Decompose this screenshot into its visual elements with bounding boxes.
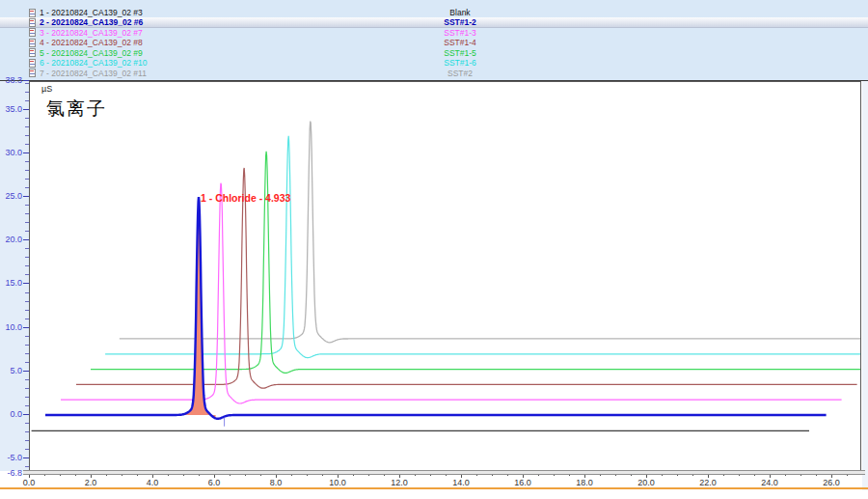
y-axis-minor-tick xyxy=(25,187,29,188)
y-axis-minor-tick xyxy=(25,353,29,354)
legend-row-4[interactable]: 4 - 20210824_CA139_02 #8SST#1-4 xyxy=(0,38,868,47)
trace-3 xyxy=(61,183,842,403)
y-axis-minor-tick xyxy=(25,126,29,127)
chromatogram-icon xyxy=(29,9,36,17)
injection-label: 7 - 20210824_CA139_02 #11 xyxy=(40,69,147,78)
y-axis-minor-tick xyxy=(25,397,29,398)
plot-canvas[interactable]: µS 氯离子 1 - Chloride - 4.933 xyxy=(29,81,861,471)
sample-name: SST#1-2 xyxy=(422,17,498,27)
y-axis-tick xyxy=(23,414,29,415)
sample-name: SST#1-3 xyxy=(422,28,498,38)
x-axis-tick-label: 20.0 xyxy=(632,478,661,487)
y-axis-minor-tick xyxy=(25,213,29,214)
y-axis-minor-tick xyxy=(25,100,29,101)
y-axis-minor-tick xyxy=(25,466,29,467)
y-axis-minor-tick xyxy=(25,231,29,232)
chromatogram-icon xyxy=(29,59,36,68)
injection-label: 5 - 20210824_CA139_02 #9 xyxy=(40,48,143,58)
peak-label: 1 - Chloride - 4.933 xyxy=(201,192,290,204)
injection-label: 4 - 20210824_CA139_02 #8 xyxy=(40,38,143,47)
y-axis-minor-tick xyxy=(25,336,29,337)
injection-label: 3 - 20210824_CA139_02 #7 xyxy=(40,28,143,38)
y-axis-minor-tick xyxy=(25,405,29,406)
y-axis-minor-tick xyxy=(25,319,29,319)
x-axis-tick-label: 18.0 xyxy=(570,478,599,487)
y-axis-tick xyxy=(23,109,29,110)
y-axis-minor-tick xyxy=(25,83,29,84)
y-axis-minor-tick xyxy=(25,179,29,180)
y-axis-minor-tick xyxy=(25,423,29,424)
y-axis-minor-tick xyxy=(25,161,29,162)
y-axis-minor-tick xyxy=(25,135,29,136)
y-axis-tick-label: 0.0 xyxy=(0,409,22,419)
sample-name: SST#2 xyxy=(422,69,498,78)
y-axis-minor-tick xyxy=(25,170,29,171)
injection-label: 6 - 20210824_CA139_02 #10 xyxy=(40,58,148,68)
chromatogram-icon xyxy=(29,69,36,77)
y-axis-tick-label: 20.0 xyxy=(0,235,22,244)
x-axis-tick-label: 14.0 xyxy=(447,478,475,487)
y-axis-minor-tick xyxy=(25,388,29,389)
sample-name: SST#1-6 xyxy=(422,58,498,68)
y-axis-minor-tick xyxy=(25,310,29,311)
x-axis-tick-label: 10.0 xyxy=(323,478,352,487)
y-axis-minor-tick xyxy=(25,248,29,249)
y-axis-tick xyxy=(23,152,29,153)
bottom-orange-rule xyxy=(0,487,868,489)
y-axis-minor-tick xyxy=(25,449,29,450)
y-axis-tick xyxy=(23,80,29,81)
y-axis-tick-label: -5.0 xyxy=(0,453,22,462)
legend-row-3[interactable]: 3 - 20210824_CA139_02 #7SST#1-3 xyxy=(0,28,868,38)
x-axis-tick-label: 26.0 xyxy=(817,478,846,487)
x-axis-tick-label: 6.0 xyxy=(200,478,229,487)
trace-7 xyxy=(120,122,860,343)
x-axis-tick-label: 2.0 xyxy=(76,478,105,487)
y-axis-tick-label: 5.0 xyxy=(0,366,22,375)
y-axis-minor-tick xyxy=(25,431,29,432)
sample-name: SST#1-4 xyxy=(422,38,498,47)
chromatogram-icon xyxy=(29,48,36,57)
injection-label: 2 - 20210824_CA139_02 #6 xyxy=(40,17,143,27)
chromatogram-icon xyxy=(29,39,36,47)
y-axis-tick xyxy=(23,283,29,284)
chromatogram-icon xyxy=(29,18,36,27)
legend-row-7[interactable]: 7 - 20210824_CA139_02 #11SST#2 xyxy=(0,68,868,77)
injection-label: 1 - 20210824_CA139_02 #3 xyxy=(40,8,143,17)
legend-row-5[interactable]: 5 - 20210824_CA139_02 #9SST#1-5 xyxy=(0,48,868,58)
plot-title: 氯离子 xyxy=(46,97,107,122)
y-axis-minor-tick xyxy=(25,144,29,145)
y-axis-minor-tick xyxy=(25,118,29,119)
y-axis-minor-tick xyxy=(25,362,29,363)
legend-row-6[interactable]: 6 - 20210824_CA139_02 #10SST#1-6 xyxy=(0,58,868,68)
x-axis-tick-label: 12.0 xyxy=(385,478,414,487)
trace-5 xyxy=(91,152,860,374)
trace-6 xyxy=(105,136,860,358)
y-axis-minor-tick xyxy=(25,92,29,93)
sample-name: Blank xyxy=(422,8,498,17)
y-axis-minor-tick xyxy=(25,301,29,302)
y-axis-tick-label: 30.0 xyxy=(0,148,22,157)
y-axis-tick-label: 38.3 xyxy=(0,75,22,85)
y-axis-tick-label: -6.8 xyxy=(0,468,22,478)
y-axis-minor-tick xyxy=(25,440,29,441)
y-axis-minor-tick xyxy=(25,222,29,223)
y-axis-tick xyxy=(23,239,29,240)
x-axis-tick-label: 24.0 xyxy=(755,478,784,487)
trace-4 xyxy=(76,168,857,388)
y-axis-unit-label: µS xyxy=(41,84,52,94)
chromatogram-window: 1 - 20210824_CA139_02 #3Blank2 - 2021082… xyxy=(0,0,868,499)
legend-row-2[interactable]: 2 - 20210824_CA139_02 #6SST#1-2 xyxy=(0,17,868,27)
x-axis-tick-label: 4.0 xyxy=(138,478,167,487)
y-axis-tick-label: 35.0 xyxy=(0,104,22,114)
legend-row-1[interactable]: 1 - 20210824_CA139_02 #3Blank xyxy=(0,8,868,17)
y-axis-tick-label: 10.0 xyxy=(0,322,22,332)
y-axis-minor-tick xyxy=(25,265,29,266)
y-axis-minor-tick xyxy=(25,292,29,293)
trace-2-selected xyxy=(45,197,827,419)
y-axis-minor-tick xyxy=(25,379,29,380)
y-axis-tick-label: 15.0 xyxy=(0,278,22,288)
x-axis-tick-label: 8.0 xyxy=(261,478,290,487)
chromatogram-icon xyxy=(29,28,36,37)
x-axis-ruler xyxy=(23,470,865,475)
y-axis-tick-label: 25.0 xyxy=(0,191,22,201)
